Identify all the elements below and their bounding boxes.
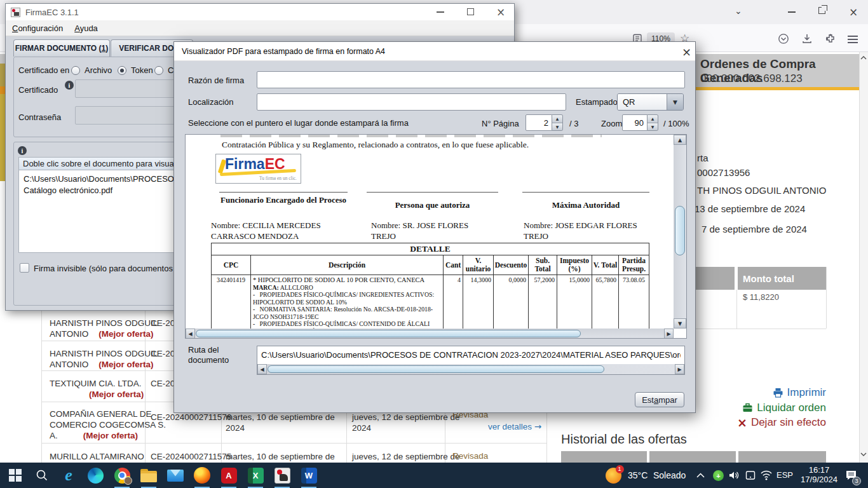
page-order-number: 000.000.002.698.123 [700,72,803,85]
pdf-vscroll-thumb[interactable] [675,206,685,255]
radio-archivo-label: Archivo [85,65,112,75]
radio-third[interactable] [154,66,163,75]
location-input[interactable] [257,93,566,111]
info-icon[interactable]: i [18,146,27,155]
pocket-icon[interactable] [778,33,789,44]
tray-expand-icon[interactable] [696,473,705,478]
tab-list-chevron-icon[interactable]: ⌄ [735,6,742,16]
view-details-link[interactable]: ver detalles → [488,421,541,431]
history-header-cell [561,451,647,463]
path-hscroll-thumb[interactable] [268,365,604,373]
menu-ayuda[interactable]: Ayuda [74,24,98,33]
briefcase-icon [742,403,753,413]
menu-configuracion[interactable]: Configuración [12,24,63,33]
dialog-title: Visualizador PDF para estampado de firma… [182,47,385,56]
estampar-button[interactable]: Estampar [635,392,684,407]
path-scroll-left-icon[interactable]: ◀ [257,364,267,374]
weather-tray-icon[interactable]: 1 [602,463,624,488]
pdf-page[interactable]: Contratación Pública y su Reglamento, re… [186,135,674,329]
weather-temp[interactable]: 35°C [628,470,648,480]
page-number-input[interactable]: 2 [526,114,552,131]
monto-header-cell: Monto total [738,267,826,290]
notification-center-button[interactable]: 3 [845,469,857,484]
weather-desc[interactable]: Soleado [653,470,686,480]
wifi-icon[interactable] [760,470,773,481]
sig-role-2: Persona que autoriza [367,200,498,210]
taskbar-item-firmaec[interactable] [269,463,295,488]
search-button[interactable] [29,463,55,488]
spinner-up-icon: ▲ [552,115,562,123]
signature-line [219,192,348,193]
downloads-icon[interactable] [801,33,813,44]
stamp-type-value: QR [618,94,667,110]
zoom-stepper[interactable]: ▲▼ [648,114,658,131]
invisible-signature-checkbox[interactable] [20,263,29,273]
firmaec-taskbar-icon [275,468,290,484]
firmaec-maximize-icon[interactable] [467,8,474,15]
taskbar-item-edge[interactable] [83,463,108,488]
monto-header-label: Monto total [743,273,794,284]
browser-minimize-icon[interactable] [788,11,796,13]
browser-restore-icon2 [822,5,827,11]
scroll-down-icon[interactable] [860,452,867,456]
page-number-stepper[interactable]: ▲▼ [552,114,563,131]
zoom-input[interactable]: 90 [622,114,648,131]
taskbar-item-excel[interactable]: X [243,463,268,488]
taskbar: e [0,463,868,488]
volume-icon[interactable] [728,470,740,481]
page-scrollbar[interactable] [859,52,868,463]
language-indicator[interactable]: ESP [776,470,793,480]
radio-archivo[interactable] [71,66,80,75]
tab-firmar-documento[interactable]: FIRMAR DOCUMENTO (1) [13,39,110,57]
scroll-up-icon[interactable] [860,56,867,60]
start-button[interactable] [3,463,28,488]
browser-close-icon[interactable]: × [849,6,858,18]
firmaec-close-icon[interactable]: × [496,6,505,18]
mail-icon [167,470,184,482]
void-order-link[interactable]: × Dejar sin efecto [737,416,826,429]
antivirus-tray-icon[interactable]: + [713,470,724,481]
taskbar-item-explorer[interactable] [136,463,161,488]
edge-icon [88,468,104,484]
pdf-scroll-down-icon[interactable]: ▼ [674,318,686,329]
doc-path-input[interactable] [257,346,684,363]
dialog-titlebar: Visualizador PDF para estampado de firma… [174,42,695,61]
ie-icon: e [65,466,72,485]
clock[interactable]: 16:17 17/9/2024 [796,465,842,484]
taskbar-item-acrobat[interactable]: A [216,463,241,488]
pdf-scroll-left-icon[interactable]: ◀ [186,329,195,339]
reason-label: Razón de firma [188,76,244,85]
firmaec-minimize-icon[interactable] [437,11,444,13]
info-icon[interactable]: i [65,81,74,90]
doc-path-group: ◀ ▶ [257,346,685,375]
x-icon: × [737,417,747,428]
void-order-label: Dejar sin efecto [751,416,826,429]
status-badge: Revisada [452,451,488,461]
notification-count-badge: 3 [852,477,861,485]
menu-hamburger-icon[interactable] [848,36,858,37]
pdf-hscroll-thumb[interactable] [196,330,581,337]
connect-display-icon[interactable] [745,470,756,481]
liquidate-order-link[interactable]: Liquidar orden [742,402,826,414]
taskbar-item-firefox[interactable] [189,463,215,488]
pdf-scroll-up-icon[interactable]: ▲ [674,135,686,145]
pdf-scroll-right-icon[interactable]: ▶ [664,329,674,339]
sig-name-3: Nombre: JOSE EDGAR FLORESTREJO [524,220,637,241]
divider [736,290,737,329]
path-scroll-right-icon[interactable]: ▶ [675,364,684,374]
taskbar-item-chrome[interactable] [109,463,135,488]
radio-token[interactable] [118,66,126,75]
history-header-cell [738,451,826,463]
reason-input[interactable] [257,71,685,88]
table-border [41,443,546,444]
spinner-up-icon: ▲ [648,115,658,123]
print-order-link[interactable]: Imprimir [773,386,826,399]
extensions-puzzle-icon[interactable] [825,33,836,44]
dialog-close-icon[interactable]: × [682,45,691,58]
word-icon: W [301,468,317,484]
pdf-viewer[interactable]: Contratación Pública y su Reglamento, re… [185,134,687,339]
taskbar-item-mail[interactable] [163,463,188,488]
taskbar-item-ie[interactable]: e [56,463,81,488]
stamp-type-select[interactable]: QR ▼ [617,93,684,111]
taskbar-item-word[interactable]: W [296,463,322,488]
